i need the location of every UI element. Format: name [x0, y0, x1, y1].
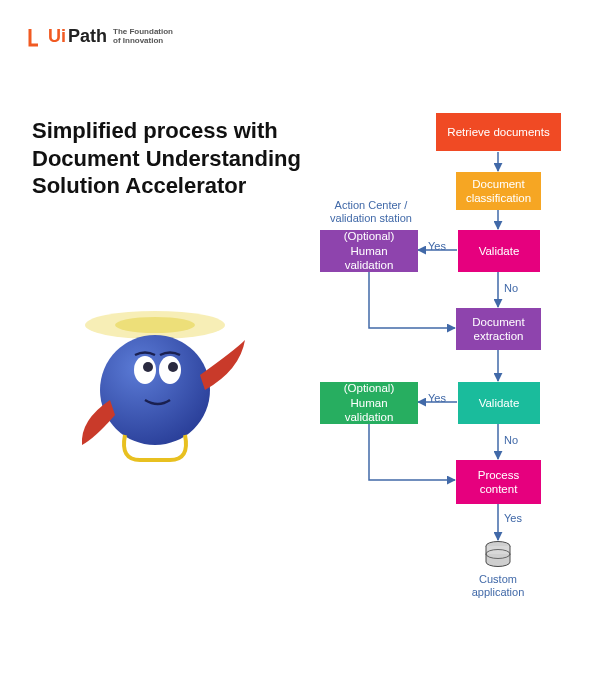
- logo-tagline: The Foundation of Innovation: [113, 28, 173, 46]
- box-process-content: Process content: [456, 460, 541, 504]
- svg-point-5: [143, 362, 153, 372]
- mascot-illustration: [70, 290, 270, 490]
- page-title: Simplified process with Document Underst…: [32, 117, 312, 200]
- label-yes-3: Yes: [504, 512, 522, 525]
- label-no-1: No: [504, 282, 518, 295]
- svg-point-2: [100, 335, 210, 445]
- box-human-validation-1: (Optional) Human validation: [320, 230, 418, 272]
- box-validate-1: Validate: [458, 230, 540, 272]
- box-validate-2: Validate: [458, 382, 540, 424]
- custom-application: Custom application: [470, 540, 526, 599]
- logo-ui: Ui: [48, 26, 66, 47]
- svg-point-6: [168, 362, 178, 372]
- label-yes-2: Yes: [428, 392, 446, 405]
- label-no-2: No: [504, 434, 518, 447]
- svg-point-1: [115, 317, 195, 333]
- box-retrieve-documents: Retrieve documents: [436, 113, 561, 151]
- label-yes-1: Yes: [428, 240, 446, 253]
- logo-path: Path: [68, 26, 107, 47]
- database-icon: [482, 540, 514, 570]
- label-action-center: Action Center / validation station: [326, 199, 416, 225]
- logo-bracket-icon: [28, 27, 48, 47]
- box-document-classification: Document classification: [456, 172, 541, 210]
- box-human-validation-2: (Optional) Human validation: [320, 382, 418, 424]
- logo: Ui Path The Foundation of Innovation: [28, 26, 173, 47]
- logo-tagline-line2: of Innovation: [113, 37, 173, 46]
- box-document-extraction: Document extraction: [456, 308, 541, 350]
- label-custom-application: Custom application: [470, 573, 526, 599]
- logo-mark: Ui Path: [28, 26, 107, 47]
